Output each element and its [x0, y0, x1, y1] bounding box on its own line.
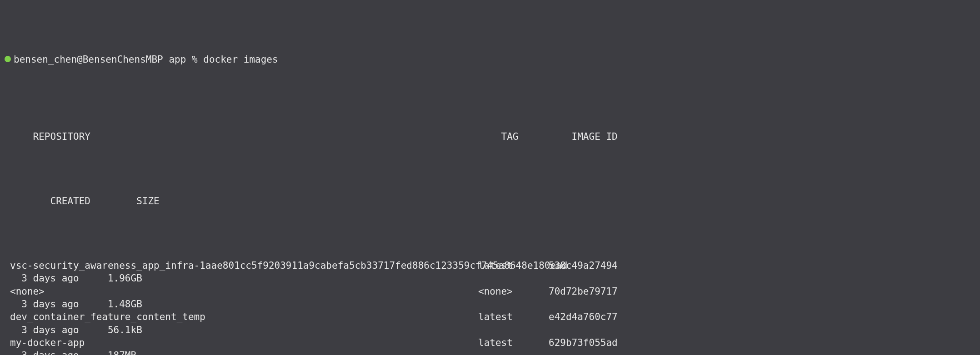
table-row-meta: 3 days ago 1.96GB — [10, 272, 975, 285]
prompt-cwd: app — [169, 53, 186, 66]
table-row: <none><none>70d72be79717 — [10, 285, 975, 298]
header-imageid: IMAGE ID — [572, 130, 618, 143]
prompt-symbol: % — [192, 53, 198, 66]
table-row: my-docker-applatest629b73f055ad — [10, 336, 975, 349]
row-repository: vsc-security_awareness_app_infra-1aae801… — [10, 259, 478, 272]
row-created-size: 3 days ago 56.1kB — [10, 324, 142, 336]
row-tag: <none> — [478, 285, 549, 298]
row-tag: latest — [478, 336, 549, 349]
status-dot-icon — [5, 56, 11, 62]
prompt-space3 — [198, 53, 204, 66]
row-repository: dev_container_feature_content_temp — [10, 311, 478, 323]
table-row-meta: 3 days ago 56.1kB — [10, 324, 975, 336]
row-created-size: 3 days ago 187MB — [10, 349, 136, 355]
row-tag: latest — [478, 259, 549, 272]
header-tag: TAG — [501, 130, 572, 143]
row-created-size: 3 days ago 1.96GB — [10, 272, 142, 285]
table-row-meta: 3 days ago 187MB — [10, 349, 975, 355]
row-imageid: 70d72be79717 — [549, 285, 618, 298]
row-imageid: 538c49a27494 — [549, 259, 618, 272]
table-row: vsc-security_awareness_app_infra-1aae801… — [10, 259, 975, 272]
prompt-space2 — [186, 53, 192, 66]
prompt-command[interactable]: docker images — [203, 53, 278, 66]
terminal-output: REPOSITORYTAGIMAGE ID CREATED SIZE vsc-s… — [5, 92, 975, 355]
row-imageid: 629b73f055ad — [549, 336, 618, 349]
header-line1: REPOSITORYTAGIMAGE ID — [10, 118, 975, 156]
row-tag: latest — [478, 311, 549, 323]
row-created-size: 3 days ago 1.48GB — [10, 298, 142, 311]
prompt-space — [163, 53, 169, 66]
table-row-meta: 3 days ago 1.48GB — [10, 298, 975, 311]
prompt-line: bensen_chen@BensenChensMBP app % docker … — [5, 53, 975, 66]
header-repository: REPOSITORY — [33, 130, 501, 143]
header-line2: CREATED SIZE — [10, 182, 975, 221]
row-imageid: e42d4a760c77 — [549, 311, 618, 323]
header-created-size: CREATED SIZE — [33, 195, 160, 207]
row-repository: my-docker-app — [10, 336, 478, 349]
table-rows: vsc-security_awareness_app_infra-1aae801… — [10, 259, 975, 355]
table-row: dev_container_feature_content_templatest… — [10, 311, 975, 323]
prompt-user-host: bensen_chen@BensenChensMBP — [14, 53, 163, 66]
row-repository: <none> — [10, 285, 478, 298]
